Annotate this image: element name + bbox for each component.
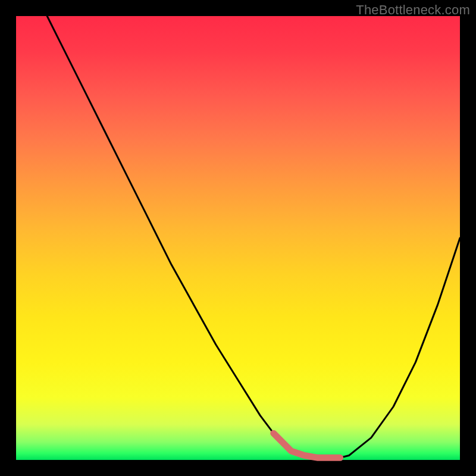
- bottleneck-curve: [47, 16, 460, 458]
- chart-container: TheBottleneck.com: [0, 0, 476, 476]
- accent-segment: [274, 433, 340, 458]
- watermark-text: TheBottleneck.com: [356, 2, 470, 18]
- curve-svg: [16, 16, 460, 460]
